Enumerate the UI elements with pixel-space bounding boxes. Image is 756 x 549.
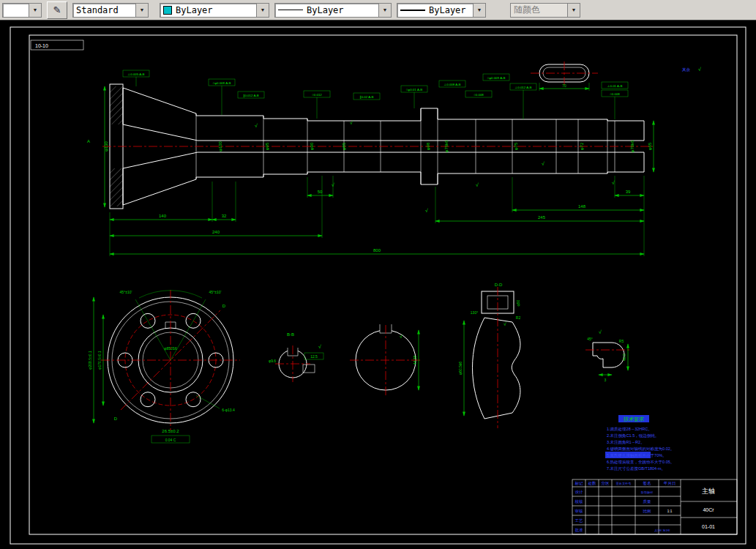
flange-dia-bc: φ170.5±0.1 (97, 351, 102, 370)
dd-dim-1: φ50 (516, 299, 520, 306)
pencil-icon: ✎ (53, 4, 61, 15)
notes-title: 技术要求 (623, 417, 644, 422)
flange-dia-outer: φ208.5±0.1 (88, 351, 92, 370)
svg-text:√: √ (599, 329, 602, 335)
diam-4: φ85 (342, 142, 346, 150)
keyway-slot-detail: 70 (531, 61, 598, 91)
fcf-6: ⊥0.008 A-B (444, 83, 460, 86)
svg-text:√: √ (425, 208, 428, 213)
svg-text:√: √ (332, 182, 334, 187)
fcf-11: ○0.008 (610, 92, 620, 96)
ev-dim-3: 3 (605, 378, 607, 382)
dd-angle-dim: 130° (471, 310, 478, 315)
dim-32: 32 (222, 214, 227, 218)
drawing-canvas[interactable]: 10-10 其余 √ A ⊥0.005 A-B ○φ0.008 A-B (0, 20, 756, 549)
tb-r4: 工艺 (575, 518, 584, 523)
linetype-sample-icon (278, 10, 303, 10)
dim-slot-70: 70 (562, 83, 566, 88)
corner-label: 10-10 (35, 43, 48, 48)
color-dropdown[interactable]: ByLayer ▼ (160, 3, 269, 18)
text-style-arrow-icon[interactable]: ▼ (135, 4, 148, 17)
section-dd-view: D-D 130° φ50 φ60.5k6 R2 √ (458, 283, 520, 428)
diam-3: φ90 (310, 142, 314, 150)
note-line-3: 3.未注圆角R1～R2。 (607, 440, 645, 445)
section-cc-view: C-C 44.38 √ (350, 324, 422, 395)
datum-a-label: A (87, 139, 90, 143)
dim-39: 39 (626, 190, 631, 194)
svg-text:√: √ (255, 123, 258, 128)
tb-h6: 年月日 (664, 481, 676, 486)
fcf-9: ⊥0.012 A-B (514, 86, 531, 89)
lineweight-arrow-icon[interactable]: ▼ (473, 4, 485, 17)
text-style-dropdown[interactable]: Standard ▼ (72, 3, 149, 18)
cc-dim-1: 44.38 (413, 356, 417, 365)
linetype-dropdown[interactable]: ByLayer ▼ (274, 3, 392, 18)
color-swatch-icon (163, 6, 172, 15)
tb-part-name: 主轴 (702, 488, 715, 495)
plotstyle-value: 随颜色 (514, 4, 540, 16)
top-toolbar: ▼ ✎ Standard ▼ ByLayer ▼ ByLayer ▼ ByLay… (0, 0, 756, 20)
color-arrow-icon[interactable]: ▼ (256, 4, 269, 17)
tb-h2: 处数 (588, 481, 597, 486)
technical-notes: 技术要求 1.调质处理28～32HRC。 2.未注倒角C1.5，锐边倒钝。 3.… (605, 415, 674, 471)
section-bb-view: B-B φ9.6 12.5 √ (269, 332, 323, 382)
fcf-0: ⊥0.005 A-B (127, 72, 144, 76)
flange-width-dim: 26.5±0.2 (162, 429, 179, 433)
ev-dim-r5: R5 (619, 339, 624, 343)
tb-drawing-number: 01-01 (702, 524, 715, 529)
linetype-arrow-icon[interactable]: ▼ (378, 4, 391, 17)
tb-r1: 设计 (575, 490, 584, 494)
layer-dropdown-arrow-icon[interactable]: ▼ (29, 4, 41, 17)
svg-text:√: √ (350, 120, 353, 125)
section-bb-label: B-B (287, 332, 294, 337)
fcf-2: ∥0.012 A-B (243, 94, 259, 97)
plotstyle-dropdown: 随颜色 ▼ (510, 3, 580, 18)
flange-angle-right: 45°±10' (209, 290, 222, 294)
diam-9: φ70k6 (630, 140, 635, 153)
note-line-1: 1.调质处理28～32HRC。 (607, 427, 652, 432)
section-dd-label: D-D (495, 283, 503, 287)
lineweight-dropdown[interactable]: ByLayer ▼ (397, 3, 486, 18)
layer-value (3, 4, 29, 17)
ev-dim-45: 45° (587, 337, 593, 341)
rest-finish-label: 其余 (682, 67, 691, 72)
svg-text:√: √ (400, 334, 403, 339)
plotstyle-arrow-icon: ▼ (567, 4, 580, 17)
flange-bore-label: φ85JS6 (164, 346, 177, 351)
svg-text:√: √ (542, 161, 544, 166)
dim-240: 240 (212, 230, 220, 234)
tb-material: 40Cr (703, 507, 714, 512)
svg-text:√: √ (318, 344, 321, 349)
svg-text:√: √ (476, 182, 479, 187)
dim-148: 148 (578, 204, 586, 209)
section-d-label-1: D (114, 417, 118, 421)
tb-r3: 审核 (575, 509, 584, 513)
dim-245: 245 (538, 215, 546, 220)
dd-dim-2: φ60.5k6 (458, 362, 463, 375)
diam-1: φ100 (218, 141, 222, 152)
layer-dropdown[interactable]: ▼ (2, 3, 42, 18)
text-style-button[interactable]: ✎ (47, 1, 67, 19)
color-value: ByLayer (176, 5, 213, 15)
tb-stage: 阶段标记 (641, 490, 653, 495)
tb-h4: 更改文件号 (616, 482, 632, 485)
lineweight-sample-icon (400, 10, 425, 11)
bb-dim-1: φ9.6 (269, 359, 276, 363)
flange-angle-left: 45°±10' (120, 290, 132, 294)
note-line-4: 4.键槽两侧面对轴线的对称度为0.02。 (607, 447, 674, 452)
tb-h5: 签名 (643, 481, 651, 486)
svg-text:√: √ (504, 321, 506, 326)
flange-front-view: 45°±10' 45°±10' φ208.5±0.1 φ170.5±0.1 φ8… (88, 290, 240, 443)
tb-sheet-info: 共1张 第1张 (654, 529, 670, 532)
fcf-5: ○φ0.01 A-B (406, 88, 423, 92)
tolerance-frames: ⊥0.005 A-B ○φ0.008 A-B ∥0.012 A-B ○0.012… (123, 70, 628, 119)
diameter-labels: φ130 φ100 φ95 φ90 φ85 φ98 φ76k6 φ75 φ72 … (104, 86, 654, 207)
lineweight-value: ByLayer (429, 5, 466, 15)
fcf-4: ∥0.02 A-B (359, 95, 373, 99)
dd-dim-3: R2 (516, 315, 521, 320)
fcf-10: ⊥0.01 A-B (607, 84, 623, 88)
dim-140: 140 (159, 214, 167, 218)
svg-text:√: √ (612, 180, 615, 185)
diam-10: φ65 (648, 142, 652, 150)
diam-6: φ76k6 (444, 140, 449, 153)
